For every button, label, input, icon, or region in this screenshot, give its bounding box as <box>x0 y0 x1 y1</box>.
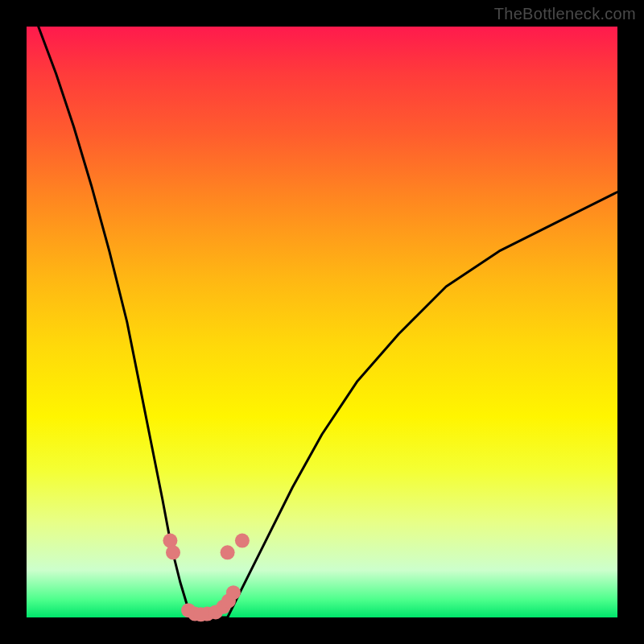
watermark-text: TheBottleneck.com <box>494 5 636 23</box>
plot-area <box>27 27 617 617</box>
sample-dot <box>235 534 250 548</box>
sample-dot <box>166 545 180 559</box>
sample-dot <box>226 585 241 600</box>
chart-frame: TheBottleneck.com <box>0 0 644 644</box>
curve-path <box>39 27 617 617</box>
bottleneck-curve <box>27 27 617 617</box>
sample-dot <box>221 545 235 559</box>
